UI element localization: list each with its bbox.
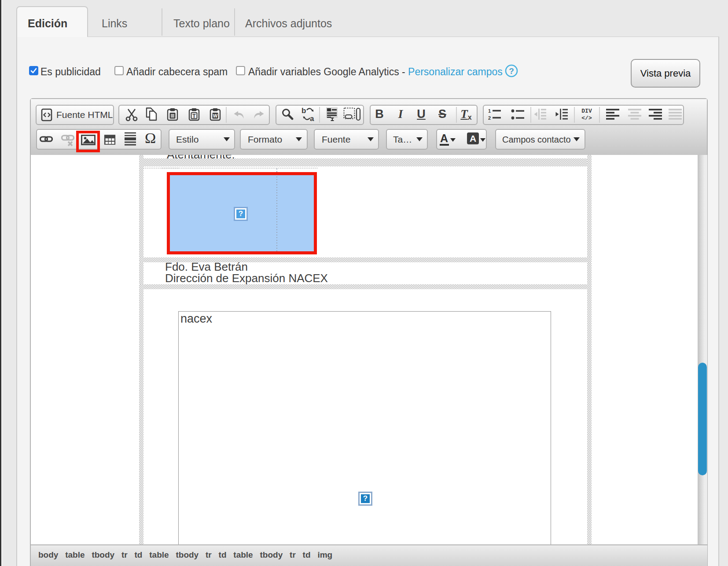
svg-text:W: W	[213, 113, 218, 118]
svg-text:2: 2	[488, 115, 491, 121]
svg-text:b: b	[301, 107, 306, 115]
svg-text:a: a	[310, 114, 314, 121]
svg-text:?: ?	[509, 66, 514, 76]
svg-text:DIV: DIV	[581, 108, 592, 114]
svg-text:1: 1	[488, 108, 491, 114]
svg-text:T: T	[192, 113, 196, 119]
svg-text:</>: </>	[581, 115, 592, 121]
